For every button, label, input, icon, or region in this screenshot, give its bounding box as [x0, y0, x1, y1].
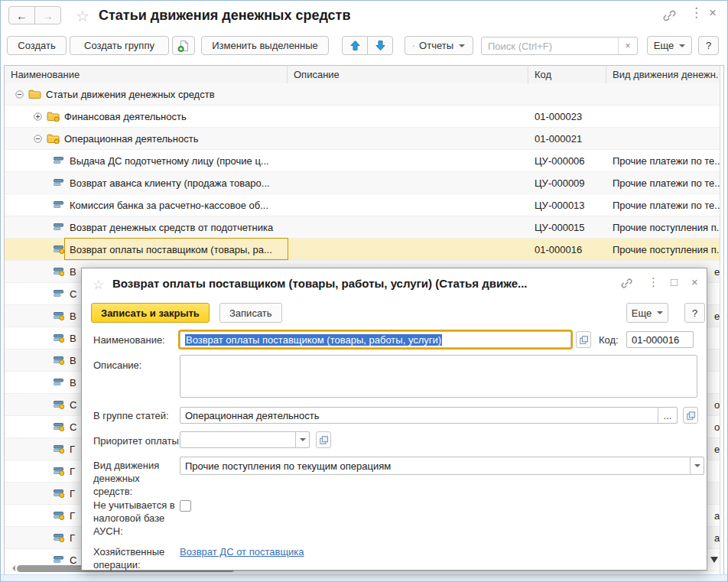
row-code: ЦУ-000015	[528, 216, 606, 238]
window-menu-icon[interactable]: ⋮	[690, 7, 703, 19]
arrow-down-icon	[375, 40, 386, 51]
hscroll-left-arrow-icon[interactable]	[9, 565, 15, 571]
expand-icon[interactable]	[34, 112, 42, 121]
tree-row[interactable]: Возврат оплаты поставщиком (товары, ра..…	[5, 239, 723, 261]
dialog-get-link-icon[interactable]	[621, 278, 632, 291]
forward-button[interactable]: →	[34, 6, 61, 24]
get-link-icon[interactable]	[663, 9, 676, 24]
create-group-button[interactable]: Создать группу	[70, 36, 169, 55]
name-cell: Комиссия банка за расчетно-кассовое об..…	[5, 194, 288, 216]
open-priority-button[interactable]	[316, 431, 331, 448]
move-down-button[interactable]	[367, 36, 393, 55]
column-header-kind[interactable]: Вид движения денежн.	[606, 66, 720, 83]
name-cell: Выдача ДС подотчетному лицу (прочие ц...	[5, 150, 288, 171]
dialog-close-icon[interactable]: ×	[691, 276, 698, 288]
help-button[interactable]: ?	[698, 36, 719, 55]
group-input[interactable]: Операционная деятельность ...	[180, 407, 678, 424]
tree-row[interactable]: Финансовая деятельность01-000023	[5, 106, 723, 128]
dialog-menu-icon[interactable]: ⋮	[648, 276, 659, 288]
tree-row[interactable]: Возврат денежных средств от подотчетника…	[5, 216, 723, 239]
clear-search-icon[interactable]: ×	[618, 37, 637, 54]
description-textarea[interactable]	[180, 355, 697, 398]
edit-selected-button[interactable]: Изменить выделенные	[201, 36, 329, 55]
back-button[interactable]: ←	[8, 6, 35, 24]
more-button[interactable]: Еще	[647, 36, 692, 55]
kind-value: Прочие поступления по текущим операциям	[185, 460, 391, 472]
row-kind: Прочие платежи по те...	[606, 194, 720, 216]
kind-dropdown-button[interactable]	[690, 457, 704, 474]
list-toolbar: Создать Создать группу Изменить выделенн…	[1, 31, 727, 60]
item-icon	[54, 422, 64, 431]
save-button[interactable]: Записать	[219, 303, 282, 323]
forward-icon: →	[42, 9, 54, 22]
dropdown-caret-icon	[679, 44, 685, 50]
open-name-button[interactable]	[576, 331, 591, 348]
open-group-button[interactable]	[683, 407, 698, 424]
item-icon	[54, 511, 64, 520]
row-kind-text: от..	[714, 399, 720, 411]
row-kind: Прочие платежи по те...	[606, 150, 720, 171]
search-box: ×	[481, 37, 638, 55]
priority-dropdown-button[interactable]	[295, 432, 309, 447]
ausn-checkbox[interactable]	[180, 500, 191, 512]
open-icon	[320, 436, 328, 444]
item-icon	[54, 533, 64, 542]
row-kind	[606, 128, 720, 149]
name-cell: Возврат оплаты поставщиком (товары, ра..…	[5, 239, 288, 260]
row-kind	[606, 106, 720, 127]
name-label: Наименование:	[93, 333, 165, 346]
create-by-copy-button[interactable]	[172, 36, 195, 55]
dropdown-caret-icon	[657, 311, 663, 317]
row-name: Возврат оплаты поставщиком (товары, ра..…	[70, 244, 272, 255]
search-input[interactable]	[482, 37, 618, 54]
reports-button[interactable]: Отчеты	[405, 36, 473, 55]
operations-link[interactable]: Возврат ДС от поставщика	[180, 546, 304, 558]
dialog-help-button[interactable]: ?	[684, 303, 705, 323]
tree-row[interactable]: Возврат аванса клиенту (продажа товаро..…	[5, 172, 723, 194]
tree-row[interactable]: Операционная деятельность01-000021	[5, 128, 723, 150]
vertical-scrollbar-track[interactable]	[720, 66, 723, 574]
favorite-star-icon[interactable]: ☆	[76, 7, 89, 25]
create-button[interactable]: Создать	[7, 36, 67, 55]
close-window-icon[interactable]: ×	[709, 7, 717, 19]
row-kind-text: а..	[714, 532, 720, 544]
column-header-code[interactable]: Код	[528, 66, 606, 83]
item-edit-dialog: ☆ Возврат оплаты поставщиком (товары, ра…	[81, 268, 707, 571]
collapse-icon[interactable]	[34, 135, 42, 143]
name-input[interactable]: Возврат оплаты поставщиком (товары, рабо…	[180, 331, 571, 348]
column-header-description[interactable]: Описание	[288, 66, 528, 83]
dialog-maximize-icon[interactable]: □	[671, 276, 678, 288]
row-name: Г	[70, 510, 75, 522]
priority-label: Приоритет оплаты:	[93, 434, 181, 447]
folder-icon	[47, 111, 60, 122]
tree-row[interactable]: Комиссия банка за расчетно-кассовое об..…	[5, 194, 723, 216]
row-code: 01-000016	[528, 239, 606, 260]
dialog-more-button[interactable]: Еще	[626, 303, 668, 323]
priority-combo[interactable]	[180, 431, 310, 448]
collapse-icon[interactable]	[15, 90, 24, 99]
code-input[interactable]	[626, 331, 694, 348]
move-up-button[interactable]	[342, 36, 368, 55]
row-name: Возврат аванса клиенту (продажа товаро..…	[70, 177, 270, 189]
open-icon	[580, 336, 588, 344]
save-and-close-button[interactable]: Записать и закрыть	[91, 303, 210, 323]
row-kind-text: а..	[714, 510, 720, 522]
kind-combo[interactable]: Прочие поступления по текущим операциям	[180, 457, 704, 475]
dialog-favorite-star-icon[interactable]: ☆	[93, 277, 104, 293]
row-code: ЦУ-000013	[528, 194, 606, 216]
row-name: В	[70, 377, 76, 389]
name-cell: Возврат денежных средств от подотчетника	[5, 216, 288, 238]
more-rows-below-icon[interactable]	[710, 557, 718, 567]
tree-row[interactable]: Выдача ДС подотчетному лицу (прочие ц...…	[5, 150, 723, 172]
folder-icon	[28, 89, 41, 99]
group-choose-button[interactable]: ...	[658, 408, 677, 423]
tree-row[interactable]: Статьи движения денежных средств	[5, 83, 723, 106]
table-header: Наименование Описание Код Вид движения д…	[5, 66, 723, 84]
open-icon	[687, 411, 695, 420]
column-header-name[interactable]: Наименование	[5, 66, 288, 83]
name-cell: Финансовая деятельность	[5, 106, 288, 127]
row-name: В	[70, 355, 76, 366]
operations-label: Хозяйственные операции:	[93, 545, 177, 571]
row-kind	[606, 83, 720, 105]
selected-text: Возврат оплаты поставщиком (товары, рабо…	[185, 334, 442, 346]
